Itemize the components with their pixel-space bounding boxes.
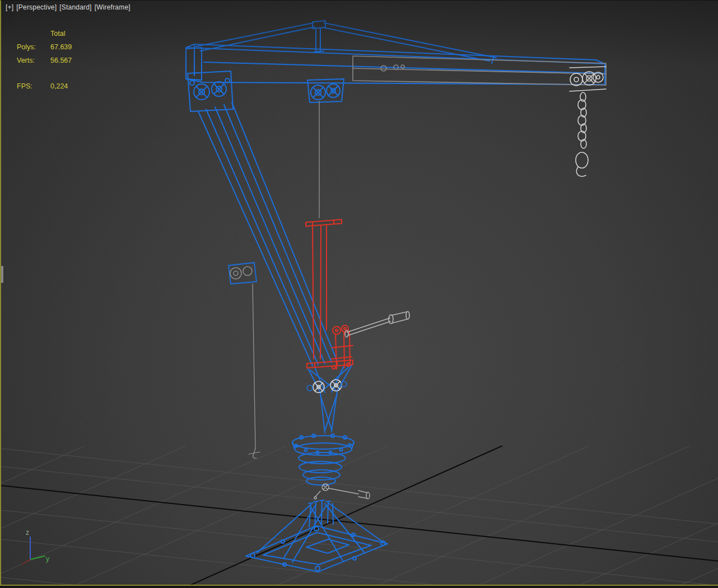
stats-empty-cell bbox=[17, 30, 50, 38]
left-pulley-block[interactable] bbox=[188, 71, 233, 111]
app-window: z y [+][Perspective][Standard][Wireframe… bbox=[0, 0, 718, 588]
scene-canvas[interactable]: z y bbox=[1, 1, 718, 586]
crane-boom[interactable] bbox=[186, 44, 605, 85]
chain-and-hook[interactable] bbox=[570, 67, 606, 176]
left-edge-tick bbox=[1, 266, 3, 283]
viewport-shading-menu[interactable]: [Wireframe] bbox=[95, 3, 130, 11]
crane-mast[interactable] bbox=[198, 102, 337, 366]
crane-top-truss[interactable] bbox=[196, 21, 496, 63]
viewport-pov-menu[interactable]: [Perspective] bbox=[16, 3, 57, 11]
viewport-render-preset-menu[interactable]: [Standard] bbox=[59, 3, 91, 11]
crane-funnel[interactable] bbox=[308, 365, 352, 433]
x-axis-line bbox=[22, 559, 30, 564]
y-axis-label: y bbox=[46, 555, 49, 563]
z-axis-label: z bbox=[26, 529, 29, 536]
crane-model[interactable] bbox=[186, 21, 606, 572]
boom-gray-section[interactable] bbox=[353, 56, 606, 85]
stats-polys-value: 67.639 bbox=[50, 43, 72, 51]
statistics-overlay: Total Polys: 67.639 Verts: 56.567 FPS: 0… bbox=[17, 30, 72, 90]
stats-verts-label: Verts: bbox=[17, 57, 50, 64]
mast-bracket[interactable] bbox=[229, 263, 257, 284]
lower-linkage[interactable] bbox=[314, 484, 370, 499]
y-axis-line bbox=[30, 556, 45, 559]
ground-grid bbox=[1, 446, 718, 586]
axis-tripod: z y bbox=[22, 529, 49, 564]
base-platform[interactable] bbox=[246, 500, 388, 572]
stats-total-header: Total bbox=[50, 30, 72, 38]
red-cylinder-assembly[interactable] bbox=[306, 220, 353, 369]
flange-spring-stack[interactable] bbox=[292, 434, 354, 485]
hoist-cables[interactable] bbox=[249, 101, 319, 458]
stats-verts-value: 56.567 bbox=[50, 57, 72, 64]
crank-handle[interactable] bbox=[345, 311, 409, 337]
perspective-viewport[interactable]: z y [+][Perspective][Standard][Wireframe… bbox=[0, 0, 718, 586]
stats-polys-label: Polys: bbox=[17, 43, 50, 51]
stats-spacer bbox=[17, 70, 72, 77]
viewport-general-menu[interactable]: [+] bbox=[6, 3, 13, 11]
stats-fps-label: FPS: bbox=[17, 82, 50, 90]
viewport-label: [+][Perspective][Standard][Wireframe] bbox=[6, 3, 133, 11]
stats-fps-value: 0,224 bbox=[50, 82, 72, 90]
